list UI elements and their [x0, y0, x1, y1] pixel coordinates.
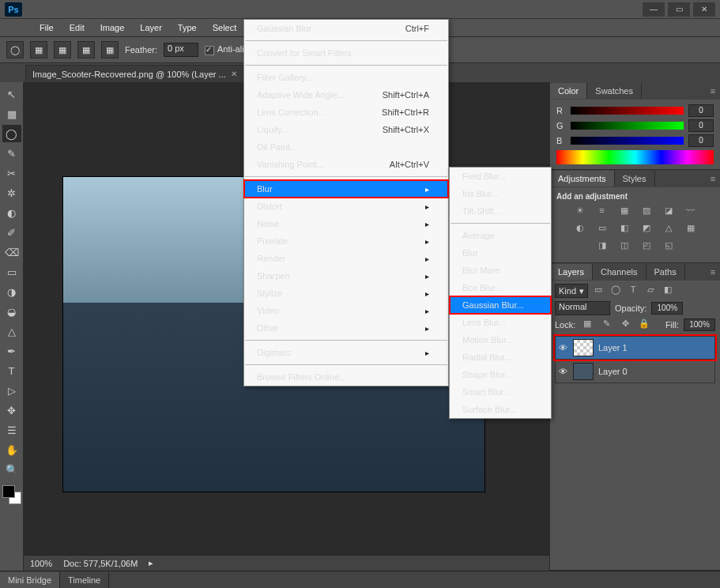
menu-tilt-shift[interactable]: Tilt-Shift...: [450, 202, 551, 220]
layer-name[interactable]: Layer 0: [598, 367, 628, 376]
b-slider[interactable]: [571, 137, 684, 145]
blend-mode-select[interactable]: Normal: [555, 301, 610, 315]
menu-select[interactable]: Select: [205, 21, 245, 35]
tool-heal[interactable]: ◐: [2, 204, 21, 221]
lock-pixels-icon[interactable]: ✎: [599, 318, 613, 331]
tool-stamp[interactable]: ⌫: [2, 243, 21, 261]
lock-transparent-icon[interactable]: ▦: [580, 318, 594, 331]
menu-smart-blur[interactable]: Smart Blur...: [450, 383, 551, 401]
menu-lens-blur[interactable]: Lens Blur...: [450, 314, 551, 331]
tab-styles[interactable]: Styles: [615, 171, 655, 187]
filter-pixel-icon[interactable]: ▭: [591, 285, 605, 297]
menu-image[interactable]: Image: [92, 21, 133, 35]
menu-layer[interactable]: Layer: [132, 21, 170, 35]
menu-distort-group[interactable]: Distort: [244, 198, 448, 215]
opacity-value[interactable]: 100%: [651, 302, 683, 315]
menu-radial-blur[interactable]: Radial Blur...: [450, 349, 551, 366]
panel-menu-icon[interactable]: ≡: [706, 174, 720, 183]
tool-blur[interactable]: △: [2, 322, 21, 340]
menu-file[interactable]: File: [32, 21, 62, 35]
menu-gaussian-blur[interactable]: Gaussian Blur...: [450, 296, 551, 314]
menu-browse-filters[interactable]: Browse Filters Online...: [244, 368, 448, 386]
minimize-button[interactable]: —: [643, 2, 665, 17]
adj-exposure-icon[interactable]: ▨: [639, 205, 654, 218]
tool-history-brush[interactable]: ▭: [2, 263, 21, 281]
tool-eyedropper[interactable]: ✲: [2, 184, 21, 202]
menu-oil-paint[interactable]: Oil Paint...: [244, 138, 448, 156]
b-value[interactable]: 0: [688, 134, 714, 147]
filter-smart-icon[interactable]: ◧: [661, 285, 675, 297]
g-slider[interactable]: [571, 122, 684, 130]
adj-threshold-icon[interactable]: ◨: [595, 240, 609, 253]
adj-channel-mixer-icon[interactable]: ◧: [617, 223, 631, 236]
tab-color[interactable]: Color: [550, 83, 587, 99]
tab-adjustments[interactable]: Adjustments: [550, 171, 615, 187]
tab-swatches[interactable]: Swatches: [587, 83, 642, 99]
menu-box-blur[interactable]: Box Blur...: [450, 279, 551, 296]
menu-sharpen-group[interactable]: Sharpen: [244, 267, 448, 285]
tool-wand[interactable]: ✎: [2, 145, 21, 162]
zoom-level[interactable]: 100%: [30, 559, 52, 568]
maximize-button[interactable]: ▭: [668, 2, 690, 17]
close-button[interactable]: ✕: [693, 2, 715, 17]
menu-blur-more[interactable]: Blur More: [450, 262, 551, 279]
tab-channels[interactable]: Channels: [593, 264, 646, 280]
menu-adaptive-wide-angle[interactable]: Adaptive Wide Angle...Shift+Ctrl+A: [244, 86, 448, 104]
menu-surface-blur[interactable]: Surface Blur...: [450, 401, 551, 418]
tool-path[interactable]: ✥: [2, 401, 21, 419]
tool-brush[interactable]: ✐: [2, 224, 21, 241]
layer-row-layer0[interactable]: 👁 Layer 0: [555, 360, 715, 383]
status-arrow-icon[interactable]: ▸: [149, 558, 153, 568]
tool-zoom[interactable]: 🔍: [2, 461, 21, 478]
tool-shape[interactable]: ☰: [2, 421, 21, 439]
menu-motion-blur[interactable]: Motion Blur...: [450, 331, 551, 349]
menu-digimarc[interactable]: Digimarc: [244, 344, 448, 361]
menu-convert-smart[interactable]: Convert for Smart Filters: [244, 44, 448, 62]
tool-pen[interactable]: T: [2, 362, 21, 379]
menu-other-group[interactable]: Other: [244, 319, 448, 337]
layer-filter-kind[interactable]: Kind▾: [555, 284, 588, 298]
layer-thumbnail[interactable]: [573, 339, 594, 356]
lasso-tool-icon[interactable]: ◯: [6, 41, 24, 58]
tab-layers[interactable]: Layers: [550, 264, 593, 280]
filter-type-icon[interactable]: T: [626, 285, 640, 297]
tab-paths[interactable]: Paths: [646, 264, 685, 280]
lock-all-icon[interactable]: 🔒: [637, 318, 651, 331]
adj-curves-icon[interactable]: ▦: [617, 205, 631, 218]
foreground-color-swatch[interactable]: [2, 485, 15, 498]
menu-blur-group[interactable]: Blur: [244, 180, 448, 198]
adj-hue-icon[interactable]: 〰: [684, 205, 698, 218]
selection-mode-intersect-icon[interactable]: ▦: [101, 41, 119, 58]
menu-vanishing-point[interactable]: Vanishing Point...Alt+Ctrl+V: [244, 156, 448, 173]
adj-posterize-icon[interactable]: ▦: [684, 223, 698, 236]
r-value[interactable]: 0: [688, 104, 714, 117]
filter-adjust-icon[interactable]: ◯: [609, 285, 623, 297]
adj-more-icon[interactable]: ◱: [662, 240, 676, 253]
tool-gradient[interactable]: ◒: [2, 303, 21, 320]
color-swatch-toggle[interactable]: [1, 484, 23, 506]
tool-lasso[interactable]: ◯: [2, 125, 21, 142]
menu-pixelate-group[interactable]: Pixelate: [244, 232, 448, 250]
adj-invert-icon[interactable]: △: [662, 223, 676, 236]
menu-blur[interactable]: Blur: [450, 244, 551, 262]
r-slider[interactable]: [571, 107, 684, 115]
adj-bw-icon[interactable]: ◐: [573, 223, 587, 236]
panel-menu-icon[interactable]: ≡: [706, 86, 720, 96]
adj-gradient-map-icon[interactable]: ◫: [617, 240, 631, 253]
tool-dodge[interactable]: ✒: [2, 342, 21, 360]
tool-hand[interactable]: ✋: [2, 441, 21, 458]
selection-mode-add-icon[interactable]: ▦: [54, 41, 71, 58]
tool-type[interactable]: ▷: [2, 382, 21, 399]
layer-name[interactable]: Layer 1: [598, 343, 628, 352]
fill-value[interactable]: 100%: [684, 318, 715, 331]
menu-liquify[interactable]: Liquify...Shift+Ctrl+X: [244, 121, 448, 138]
adj-vibrance-icon[interactable]: ◪: [662, 205, 676, 218]
feather-input[interactable]: 0 px: [164, 43, 198, 57]
layer-row-layer1[interactable]: 👁 Layer 1: [555, 336, 715, 360]
tab-mini-bridge[interactable]: Mini Bridge: [0, 572, 60, 588]
close-tab-icon[interactable]: ✕: [231, 70, 237, 78]
adj-brightness-icon[interactable]: ☀: [573, 205, 587, 218]
tool-move[interactable]: ↖: [2, 85, 21, 103]
color-spectrum[interactable]: [556, 150, 714, 164]
selection-mode-new-icon[interactable]: ▦: [30, 41, 47, 58]
